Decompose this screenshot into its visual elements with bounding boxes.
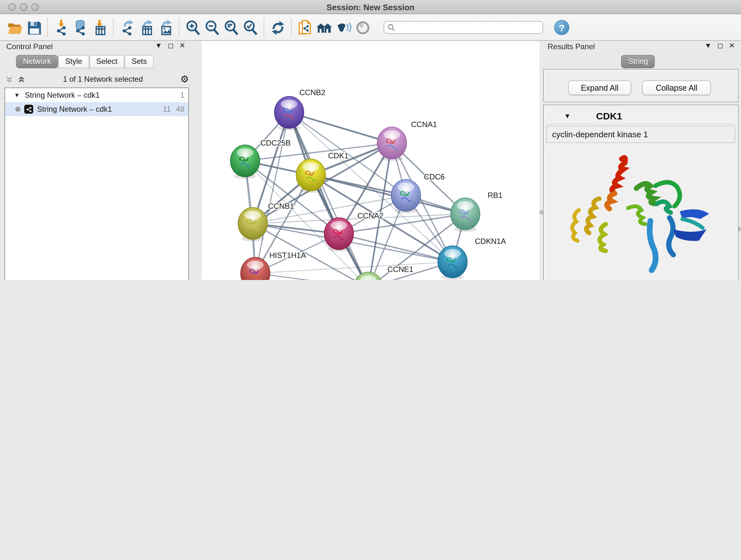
node-label-CDC6: CDC6	[424, 172, 445, 181]
zoom-fit-icon[interactable]	[221, 18, 241, 37]
export-image-icon[interactable]	[156, 18, 175, 37]
network-list: ▼ String Network – cdk1 1 String Network…	[4, 87, 189, 280]
panel-close-icon[interactable]: ✕	[179, 42, 185, 49]
help-icon: ?	[554, 20, 569, 35]
open-session-icon[interactable]	[5, 18, 24, 37]
show-eye-icon[interactable]	[353, 18, 372, 37]
control-panel-title: Control Panel	[6, 42, 53, 51]
search-field-wrap	[384, 21, 543, 34]
network-collection-label: String Network – cdk1	[25, 91, 175, 100]
collapse-all-chevron-icon[interactable]	[17, 75, 25, 83]
node-label-HIST1H1A: HIST1H1A	[269, 251, 306, 260]
zoom-in-icon[interactable]	[183, 18, 202, 37]
string-home-icon[interactable]	[315, 18, 334, 37]
node-label-CDC25B: CDC25B	[260, 138, 291, 147]
window-title: Session: New Session	[0, 3, 741, 12]
node-label-CDKN1A: CDKN1A	[475, 237, 506, 246]
zoom-out-icon[interactable]	[202, 18, 221, 37]
gene-description: cyclin-dependent kinase 1	[546, 126, 735, 143]
results-tab-string[interactable]: String	[621, 55, 655, 68]
network-edge[interactable]	[289, 112, 392, 143]
import-network-icon[interactable]	[52, 18, 71, 37]
network-selection-status: 1 of 1 Network selected	[25, 75, 180, 84]
tab-select[interactable]: Select	[89, 55, 125, 68]
node-label-CCNA1: CCNA1	[411, 120, 437, 129]
toolbar-separator	[264, 18, 264, 37]
node-label-CDK1: CDK1	[328, 151, 348, 160]
network-tree-root[interactable]: ▼ String Network – cdk1 1	[5, 88, 188, 102]
import-table-icon[interactable]	[90, 18, 109, 37]
panel-float-icon[interactable]: ◻	[718, 42, 723, 49]
collection-count: 1	[180, 91, 185, 100]
toolbar-separator	[179, 18, 179, 37]
export-network-icon[interactable]	[118, 18, 137, 37]
panel-close-icon[interactable]: ✕	[729, 42, 735, 49]
node-count: 11	[163, 105, 171, 114]
results-panel-title: Results Panel	[548, 42, 595, 51]
collapse-all-button[interactable]: Collapse All	[642, 80, 711, 95]
network-tree-item[interactable]: String Network – cdk1 11 48	[5, 102, 188, 116]
node-label-CCNB2: CCNB2	[299, 88, 325, 97]
expand-all-button[interactable]: Expand All	[568, 80, 631, 95]
network-node-CDKN1A[interactable]: CDKN1A	[438, 237, 506, 280]
network-node-CCNA1[interactable]: CCNA1	[377, 120, 437, 161]
title-bar: Session: New Session	[0, 0, 741, 14]
save-session-icon[interactable]	[24, 18, 44, 37]
results-panel-window-buttons: ▼ ◻ ✕	[704, 42, 735, 49]
export-table-icon[interactable]	[137, 18, 156, 37]
refresh-icon[interactable]	[268, 18, 287, 37]
tree-expand-icon[interactable]: ▼	[14, 92, 20, 98]
toolbar-separator	[113, 18, 114, 37]
panel-menu-icon[interactable]: ▼	[155, 42, 162, 49]
control-panel-tabs: NetworkStyleSelectSets	[16, 55, 154, 68]
network-status-dot	[15, 107, 20, 112]
hide-glasses-icon[interactable]	[334, 18, 353, 37]
network-canvas[interactable]: CCNB2 CCNA1 CDC25B CDK1 CDC6 RB1	[202, 41, 539, 280]
node-label-CCNA2: CCNA2	[357, 211, 383, 220]
gene-name: CDK1	[596, 111, 622, 121]
network-item-label: String Network – cdk1	[37, 105, 158, 114]
search-icon	[387, 23, 395, 31]
results-gene-panel: ▼ CDK1 cyclin-dependent kinase 1	[543, 105, 738, 280]
toolbar-separator	[291, 18, 292, 37]
import-database-icon[interactable]	[71, 18, 90, 37]
network-node-CCNB2[interactable]: CCNB2	[274, 88, 325, 130]
node-label-RB1: RB1	[488, 191, 502, 199]
network-selection-row: 1 of 1 Network selected ⚙	[5, 72, 189, 86]
gear-icon[interactable]: ⚙	[180, 73, 189, 85]
toolbar-separator	[47, 18, 48, 37]
protein-structure-image	[546, 143, 735, 280]
edge-count: 48	[176, 105, 185, 114]
tab-style[interactable]: Style	[58, 55, 89, 68]
gene-header-row[interactable]: ▼ CDK1	[546, 108, 735, 125]
search-input[interactable]	[384, 21, 543, 34]
collapse-gene-icon[interactable]: ▼	[564, 112, 570, 119]
share-document-icon[interactable]	[295, 18, 315, 37]
tab-sets[interactable]: Sets	[125, 55, 154, 68]
panel-menu-icon[interactable]: ▼	[704, 42, 712, 49]
panel-float-icon[interactable]: ◻	[168, 42, 174, 49]
network-icon	[24, 105, 33, 114]
control-panel-window-buttons: ▼ ◻ ✕	[155, 42, 185, 49]
expand-all-chevron-icon[interactable]	[5, 75, 13, 83]
zoom-selected-icon[interactable]	[241, 18, 260, 37]
main-toolbar: ?	[0, 15, 741, 41]
help-button[interactable]: ?	[552, 18, 571, 37]
tab-network[interactable]: Network	[16, 55, 58, 68]
node-label-CCNE1: CCNE1	[387, 265, 413, 273]
node-label-CCNB1: CCNB1	[268, 202, 294, 210]
results-button-box: Expand All Collapse All	[543, 69, 738, 102]
network-node-RB1[interactable]: RB1	[451, 191, 502, 232]
network-edge[interactable]	[255, 112, 289, 273]
application-window: Session: New Session ? Control Panel ▼ ◻…	[0, 0, 741, 280]
